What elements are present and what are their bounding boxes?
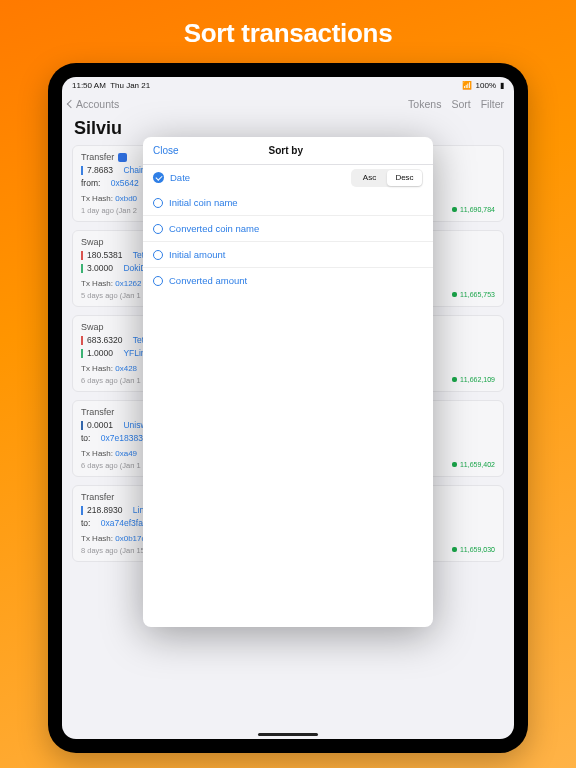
sort-option-initial-amount[interactable]: Initial amount — [143, 242, 433, 268]
status-bar: 11:50 AM Thu Jan 21 📶 100% ▮ — [62, 77, 514, 94]
radio-icon — [153, 198, 163, 208]
nav-bar: Accounts Tokens Sort Filter — [62, 94, 514, 116]
tx-type: Transfer — [81, 152, 114, 162]
sort-option-converted-coin[interactable]: Converted coin name — [143, 216, 433, 242]
radio-icon — [153, 250, 163, 260]
block-badge: 11,690,784 — [452, 206, 495, 213]
battery-pct: 100% — [476, 81, 496, 90]
sort-option-converted-amount[interactable]: Converted amount — [143, 268, 433, 293]
sort-option-initial-coin[interactable]: Initial coin name — [143, 190, 433, 216]
order-segmented[interactable]: Asc Desc — [351, 169, 423, 187]
chevron-left-icon — [67, 100, 75, 108]
battery-icon: ▮ — [500, 81, 504, 90]
home-indicator[interactable] — [258, 733, 318, 736]
block-badge: 11,659,402 — [452, 461, 495, 468]
nav-tokens[interactable]: Tokens — [408, 98, 441, 110]
block-badge: 11,662,109 — [452, 376, 495, 383]
back-label: Accounts — [76, 98, 119, 110]
checkmark-icon — [153, 172, 164, 183]
status-time: 11:50 AM Thu Jan 21 — [72, 81, 150, 90]
wifi-icon: 📶 — [462, 81, 472, 90]
radio-icon — [153, 276, 163, 286]
sort-modal: Close Sort by Date Asc Desc Initial coin… — [143, 137, 433, 627]
seg-asc[interactable]: Asc — [352, 170, 387, 186]
sort-options: Initial coin name Converted coin name In… — [143, 190, 433, 293]
device-frame: 11:50 AM Thu Jan 21 📶 100% ▮ Accounts To… — [48, 63, 528, 753]
hero-title: Sort transactions — [184, 18, 393, 49]
block-badge: 11,659,030 — [452, 546, 495, 553]
coin-icon — [118, 153, 127, 162]
seg-desc[interactable]: Desc — [387, 170, 422, 186]
sort-option-date[interactable]: Date — [170, 172, 190, 183]
status-right: 📶 100% ▮ — [462, 81, 504, 90]
radio-icon — [153, 224, 163, 234]
back-button[interactable]: Accounts — [68, 98, 119, 110]
block-badge: 11,665,753 — [452, 291, 495, 298]
nav-filter[interactable]: Filter — [481, 98, 504, 110]
modal-title: Sort by — [149, 145, 423, 156]
nav-sort[interactable]: Sort — [451, 98, 470, 110]
screen: 11:50 AM Thu Jan 21 📶 100% ▮ Accounts To… — [62, 77, 514, 739]
